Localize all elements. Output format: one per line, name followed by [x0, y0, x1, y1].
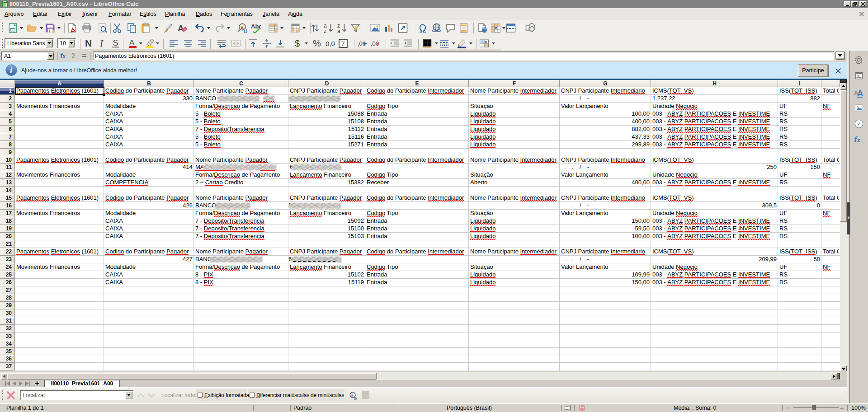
svg-text:A: A — [857, 89, 863, 98]
svg-text:$: $ — [295, 38, 300, 48]
svg-text:i: i — [10, 66, 13, 75]
svg-text:0,0: 0,0 — [326, 40, 335, 47]
svg-text:N: N — [85, 38, 92, 48]
svg-text:a: a — [241, 24, 244, 30]
svg-text:S: S — [113, 38, 118, 47]
svg-text:%: % — [313, 38, 321, 48]
svg-text:I: I — [99, 38, 104, 49]
svg-text:a: a — [337, 28, 340, 33]
svg-text:A: A — [129, 38, 135, 47]
svg-text:≠: ≠ — [485, 39, 487, 44]
svg-text:7: 7 — [341, 40, 345, 47]
svg-text:d: d — [354, 396, 356, 401]
svg-text:z: z — [324, 28, 326, 33]
svg-text:a: a — [351, 393, 354, 398]
svg-text:d: d — [244, 28, 247, 34]
